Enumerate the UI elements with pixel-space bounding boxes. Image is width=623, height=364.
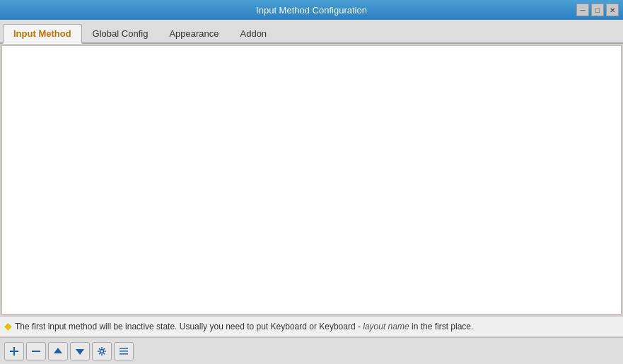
- maximize-button[interactable]: □: [591, 4, 604, 16]
- tab-appearance[interactable]: Appearance: [158, 24, 229, 42]
- svg-point-5: [100, 349, 104, 353]
- close-button[interactable]: ✕: [606, 4, 619, 16]
- window-title: Input Method Configuration: [47, 5, 576, 16]
- info-icon: [119, 346, 129, 356]
- toolbar: [0, 337, 623, 364]
- svg-marker-3: [54, 348, 62, 353]
- tab-bar: Input Method Global Config Appearance Ad…: [0, 20, 623, 44]
- minimize-button[interactable]: ─: [576, 4, 589, 16]
- down-arrow-icon: [75, 346, 85, 356]
- svg-rect-16: [120, 353, 128, 355]
- tab-addon[interactable]: Addon: [230, 24, 278, 42]
- info-button[interactable]: [114, 342, 134, 360]
- remove-button[interactable]: [26, 342, 46, 360]
- input-method-list[interactable]: [1, 45, 622, 315]
- svg-rect-14: [120, 348, 128, 349]
- remove-icon: [31, 346, 41, 356]
- svg-line-12: [103, 348, 105, 349]
- up-arrow-icon: [53, 346, 63, 356]
- svg-line-13: [99, 353, 100, 354]
- svg-line-11: [103, 353, 105, 354]
- add-icon: [9, 346, 19, 356]
- warning-icon: ◆: [4, 319, 12, 334]
- svg-rect-2: [32, 351, 40, 352]
- warning-bar: ◆ The first input method will be inactiv…: [0, 316, 623, 337]
- window-controls: ─ □ ✕: [576, 4, 619, 16]
- warning-text: The first input method will be inactive …: [15, 321, 473, 333]
- svg-marker-4: [76, 349, 84, 355]
- configure-button[interactable]: [92, 342, 112, 360]
- svg-rect-15: [120, 351, 128, 352]
- add-button[interactable]: [4, 342, 24, 360]
- tab-input-method[interactable]: Input Method: [3, 24, 82, 44]
- move-down-button[interactable]: [70, 342, 90, 360]
- configure-icon: [97, 346, 107, 356]
- tab-global-config[interactable]: Global Config: [82, 24, 159, 42]
- move-up-button[interactable]: [48, 342, 68, 360]
- svg-rect-1: [10, 351, 18, 352]
- content-wrapper: ◆ The first input method will be inactiv…: [0, 44, 623, 364]
- svg-line-10: [99, 348, 100, 349]
- title-bar: Input Method Configuration ─ □ ✕: [0, 0, 623, 20]
